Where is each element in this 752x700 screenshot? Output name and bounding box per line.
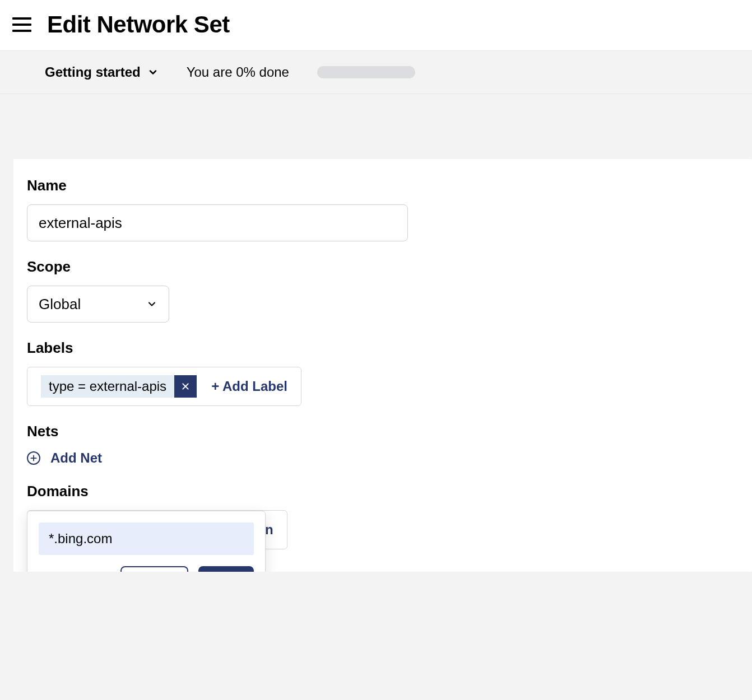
scope-value: Global — [39, 296, 81, 313]
new-domain-input[interactable] — [39, 522, 254, 555]
chevron-down-icon — [146, 298, 157, 310]
name-label: Name — [27, 177, 752, 194]
add-domain-popover: Cancel Save — [27, 511, 266, 572]
add-label-button[interactable]: + Add Label — [211, 379, 287, 394]
save-button[interactable]: Save — [198, 566, 254, 572]
remove-label-button[interactable] — [174, 375, 197, 398]
close-icon — [181, 382, 190, 391]
label-chip: type = external-apis — [41, 375, 197, 398]
name-input[interactable] — [27, 204, 408, 241]
labels-box: type = external-apis + Add Label — [27, 367, 301, 406]
scope-label: Scope — [27, 258, 752, 276]
getting-started-label: Getting started — [45, 64, 141, 80]
form-card: Name Scope Global Labels type = external… — [13, 159, 752, 572]
getting-started-dropdown[interactable]: Getting started — [45, 64, 159, 80]
chevron-down-icon — [147, 67, 159, 78]
plus-icon — [30, 454, 38, 462]
add-net-button[interactable]: Add Net — [50, 450, 102, 466]
scope-select[interactable]: Global — [27, 286, 169, 323]
cancel-button[interactable]: Cancel — [120, 566, 188, 572]
progress-track — [317, 66, 415, 78]
progress-bar-section: Getting started You are 0% done — [0, 51, 752, 94]
label-chip-text: type = external-apis — [41, 375, 174, 398]
page-title: Edit Network Set — [47, 11, 230, 38]
labels-label: Labels — [27, 339, 752, 357]
done-percentage-text: You are 0% done — [187, 64, 289, 80]
domains-label: Domains — [27, 483, 752, 500]
nets-label: Nets — [27, 423, 752, 440]
top-bar: Edit Network Set — [0, 0, 752, 51]
plus-circle-icon[interactable] — [27, 451, 40, 465]
menu-icon[interactable] — [12, 17, 31, 32]
